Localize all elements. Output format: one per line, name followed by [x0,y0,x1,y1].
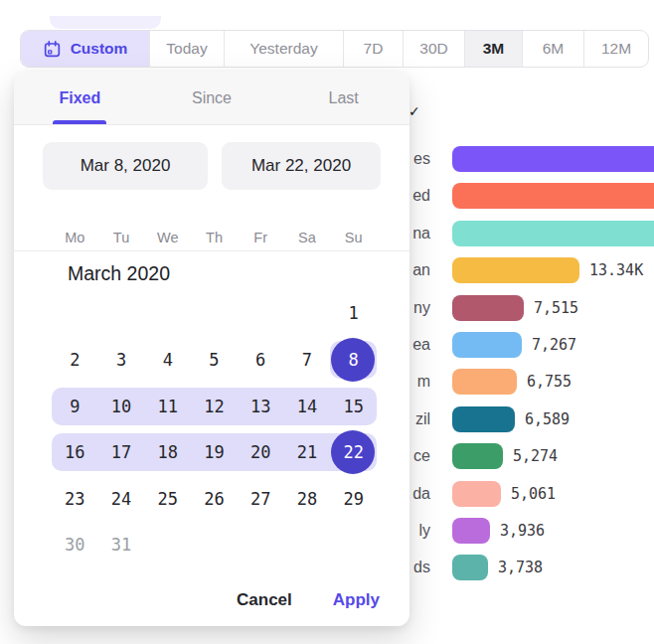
chart-row: m 6,755 [383,369,654,395]
chart-row: da 5,061 [383,481,654,507]
calendar-week-row: 16 17 18 19 20 21 22 [52,432,377,472]
day-cell-selected-start[interactable]: 8 [330,340,377,380]
day-cell[interactable]: 7 [284,340,331,380]
tab-label: Fixed [59,89,100,107]
range-button-3m[interactable]: 3M [465,31,523,67]
tab-fixed[interactable]: Fixed [14,72,146,124]
range-button-6m[interactable]: 6M [523,31,584,67]
day-cell[interactable]: 18 [144,432,191,472]
day-cell[interactable]: 23 [52,479,98,519]
day-cell[interactable] [284,293,331,333]
country-bar[interactable] [452,257,579,283]
range-button-yesterday[interactable]: Yesterday [225,31,344,67]
chart-row: ed [383,183,654,209]
country-bar[interactable] [452,555,488,580]
country-bar[interactable] [452,369,517,395]
country-value: 6,589 [525,406,570,432]
day-cell[interactable]: 19 [191,432,238,472]
range-button-12m[interactable]: 12M [584,31,648,67]
apply-button[interactable]: Apply [333,590,380,610]
day-cell[interactable]: 11 [144,387,191,426]
country-bar[interactable] [452,183,654,209]
day-cell-muted[interactable]: 31 [98,525,145,564]
country-bar[interactable] [452,518,490,544]
day-cell[interactable]: 13 [238,387,284,426]
end-date-input[interactable]: Mar 22, 2020 [222,142,381,190]
day-cell[interactable]: 6 [238,340,284,380]
month-label: March 2020 [68,262,170,285]
range-button-custom[interactable]: Custom [21,31,150,67]
range-button-label: 7D [364,40,384,58]
day-cell[interactable]: 25 [144,479,191,519]
range-button-today[interactable]: Today [150,31,225,67]
day-cell-selected-end[interactable]: 22 [330,432,377,472]
cancel-button[interactable]: Cancel [237,590,292,610]
day-cell[interactable] [191,525,238,564]
country-bar[interactable] [452,221,654,246]
day-cell[interactable] [98,293,145,333]
day-cell[interactable] [330,525,377,564]
day-cell[interactable]: 15 [330,387,377,426]
range-button-label: Custom [71,40,128,58]
day-cell[interactable]: 1 [330,293,377,333]
day-cell[interactable] [144,293,191,333]
range-button-label: 3M [483,40,505,58]
day-cell[interactable]: 9 [52,387,98,426]
day-cell[interactable]: 14 [284,387,331,426]
chart-row: ny 7,515 [383,295,654,321]
range-button-label: 6M [543,40,565,58]
country-value: 7,515 [534,295,578,321]
active-tab-underline [53,120,106,124]
day-cell[interactable]: 12 [191,387,238,426]
range-button-label: 12M [601,40,631,58]
range-button-30d[interactable]: 30D [404,31,465,67]
day-cell[interactable]: 24 [98,479,145,519]
day-cell[interactable]: 28 [284,479,331,519]
weekday-label: We [144,225,191,250]
day-cell[interactable]: 26 [191,479,238,519]
day-cell[interactable] [144,525,191,564]
day-cell[interactable] [191,293,238,333]
day-cell[interactable]: 21 [284,432,331,472]
tab-last[interactable]: Last [277,72,409,124]
date-range-toolbar: Custom Today Yesterday 7D 30D 3M 6M 12M [20,30,649,68]
day-cell[interactable]: 17 [98,432,145,472]
day-cell[interactable] [284,525,331,564]
datepicker-footer: Cancel Apply [237,590,380,610]
day-cell[interactable]: 29 [330,479,377,519]
day-cell[interactable]: 2 [52,340,98,380]
calendar-week-row: 1 [52,293,377,333]
calendar-icon [43,40,62,59]
day-cell[interactable]: 16 [52,432,98,472]
country-bar[interactable] [452,443,503,469]
chart-row: ly 3,936 [383,518,654,544]
tab-since[interactable]: Since [146,72,278,124]
day-cell[interactable]: 3 [98,340,145,380]
day-cell[interactable] [238,525,284,564]
range-button-label: Today [166,40,207,58]
day-cell[interactable]: 20 [238,432,284,472]
range-button-7d[interactable]: 7D [344,31,404,67]
country-bar[interactable] [452,146,654,172]
weekday-label: Tu [98,225,145,250]
day-cell[interactable]: 5 [191,340,238,380]
country-bar[interactable] [452,295,524,321]
country-bar[interactable] [452,406,515,432]
day-cell-muted[interactable]: 30 [52,525,98,564]
day-cell[interactable] [238,293,284,333]
day-cell[interactable] [52,293,98,333]
range-button-label: 30D [419,40,447,58]
country-value: 3,936 [500,518,545,544]
day-cell[interactable]: 27 [238,479,284,519]
country-bar[interactable] [452,332,522,358]
chart-row: an 13.34K [383,257,654,283]
calendar-week-row: 9 10 11 12 13 14 15 [52,387,377,426]
datepicker-popover: Fixed Since Last Mar 8, 2020 Mar 22, 202… [14,72,409,626]
day-cell[interactable]: 10 [98,387,145,426]
chart-row: ea 7,267 [383,332,654,358]
country-bar[interactable] [452,481,501,507]
country-value: 6,755 [527,369,572,395]
tab-label: Since [192,89,232,107]
start-date-input[interactable]: Mar 8, 2020 [43,142,208,190]
day-cell[interactable]: 4 [144,340,191,380]
